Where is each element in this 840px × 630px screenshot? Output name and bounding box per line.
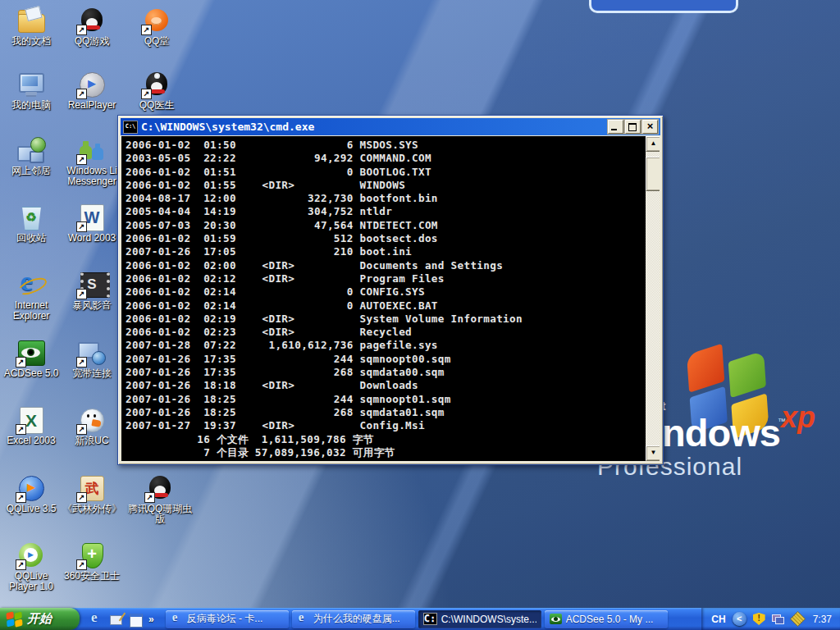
cmd-window: C:\ C:\WINDOWS\system32\cmd.exe 2006-01-… (117, 115, 664, 465)
qqlive-player-icon: ↗ (16, 541, 46, 569)
cmd-window-title: C:\WINDOWS\system32\cmd.exe (141, 121, 608, 133)
word-document-icon: ↗ (77, 203, 107, 231)
recycle-bin-icon (16, 203, 46, 231)
desktop-icon-network-places[interactable]: 网上邻居 (0, 136, 62, 176)
gold-diamond-icon[interactable] (790, 611, 806, 627)
desktop-icon-storm-player[interactable]: ↗ 暴风影音 (61, 271, 123, 311)
brand-xp: xp (781, 400, 815, 435)
console-output: 2006-01-02 01:50 6 MSDOS.SYS 2003-05-05 … (121, 136, 660, 459)
console-area[interactable]: 2006-01-02 01:50 6 MSDOS.SYS 2003-05-05 … (121, 136, 660, 461)
messenger-people-icon: ↗ (77, 136, 107, 164)
internet-explorer-icon[interactable] (89, 612, 103, 626)
task-button-harddisk-question[interactable]: 为什么我的硬盘属... (292, 610, 415, 628)
task-button-acdsee[interactable]: ACDSee 5.0 - My ... (545, 610, 668, 628)
desktop-icon-excel-2003[interactable]: ↗ Excel 2003 (0, 406, 62, 446)
wulin-game-icon: ↗ (77, 474, 107, 502)
tray-collapse-chevron-icon[interactable]: < (733, 612, 746, 626)
start-label: 开始 (27, 611, 52, 627)
quick-launch: » (80, 612, 161, 626)
internet-explorer-icon (16, 271, 46, 299)
browser-window-icon[interactable] (129, 612, 143, 626)
shield-360-icon: ↗ (77, 541, 107, 569)
desktop-icon-qq-game[interactable]: ↗ QQ游戏 (61, 7, 123, 47)
close-button[interactable] (642, 120, 658, 134)
cmd-title-bar[interactable]: C:\ C:\WINDOWS\system32\cmd.exe (121, 118, 660, 135)
scroll-down-button[interactable]: ▼ (646, 445, 660, 461)
language-indicator[interactable]: CH (711, 614, 725, 625)
desktop-icon-my-documents[interactable]: 我的文档 (0, 7, 62, 47)
network-monitors-icon[interactable] (772, 613, 784, 625)
desktop-icon-sina-uc[interactable]: ↗ 新浪UC (61, 406, 123, 446)
acdsee-eye-icon: ↗ (16, 339, 46, 367)
qq-penguin-icon: ↗ (77, 7, 107, 34)
acdsee-eye-icon (550, 614, 562, 624)
qqlive-play-icon: ↗ (16, 474, 46, 502)
quick-launch-overflow-chevron[interactable]: » (148, 614, 154, 625)
security-alert-icon[interactable]: ! (753, 613, 765, 625)
internet-explorer-icon (297, 614, 309, 624)
desktop-icon-internet-explorer[interactable]: Internet Explorer (0, 271, 62, 322)
broadband-connection-icon: ↗ (77, 339, 107, 367)
internet-explorer-icon (171, 614, 183, 624)
task-button-antivirus-forum[interactable]: 反病毒论坛 - 卡... (166, 610, 289, 628)
desktop-icon-wulin[interactable]: ↗ 《武林外传》 (61, 474, 123, 514)
task-button-cmd[interactable]: C:\ C:\WINDOWS\syste... (418, 610, 541, 628)
desktop-icon-qq-doctor[interactable]: ↗ QQ医生 (126, 71, 188, 111)
desktop-icon-recycle-bin[interactable]: 回收站 (0, 203, 62, 244)
scrollbar-thumb[interactable] (646, 157, 660, 191)
qq-doctor-penguin-icon: ↗ (142, 71, 171, 98)
scrollbar[interactable]: ▲ ▼ (646, 136, 660, 461)
my-computer-icon (16, 71, 46, 98)
desktop-icon-word-2003[interactable]: ↗ Word 2003 (61, 203, 123, 244)
show-desktop-icon[interactable] (109, 612, 123, 626)
start-button[interactable]: 开始 (0, 608, 80, 630)
desktop-icon-qqlive-player[interactable]: ↗ QQLive Player 1.0 (0, 541, 62, 592)
scroll-up-button[interactable]: ▲ (646, 136, 660, 152)
minimize-button[interactable] (608, 120, 623, 134)
taskbar: 开始 » 反病毒论坛 - 卡... 为什么我的硬盘属... C:\ C:\WIN… (0, 608, 840, 630)
qq-coral-penguin-icon: ↗ (145, 474, 175, 502)
task-buttons: 反病毒论坛 - 卡... 为什么我的硬盘属... C:\ C:\WINDOWS\… (166, 610, 668, 628)
desktop-icon-qq-tang[interactable]: ↗ QQ堂 (126, 7, 188, 47)
cmd-icon: C:\ (423, 613, 437, 625)
network-places-icon (16, 136, 46, 164)
windows-flag-icon (6, 611, 23, 627)
cmd-icon: C:\ (123, 121, 138, 134)
system-tray: CH < ! 7:37 (701, 608, 840, 630)
desktop-icon-acdsee[interactable]: ↗ ACDSee 5.0 (0, 339, 62, 379)
desktop-icon-my-computer[interactable]: 我的电脑 (0, 71, 62, 111)
excel-spreadsheet-icon: ↗ (16, 406, 46, 434)
desktop-icon-windows-live-messenger[interactable]: ↗ Windows Li Messenger (61, 136, 123, 187)
desktop-icon-qq-coral[interactable]: ↗ 腾讯QQ珊瑚虫版 (126, 474, 194, 525)
qq-tang-pig-icon: ↗ (142, 7, 171, 34)
sina-uc-duck-icon: ↗ (77, 406, 107, 434)
maximize-button[interactable] (625, 120, 641, 134)
realplayer-icon: ↗ (77, 71, 107, 98)
desktop-icon-qqlive[interactable]: ↗ QQLive 3.5 (0, 474, 62, 514)
desktop-icon-realplayer[interactable]: ↗ RealPlayer (61, 71, 123, 111)
storm-player-filmstrip-icon: ↗ (77, 271, 107, 299)
desktop-icon-360-safe[interactable]: ↗ 360安全卫士 (61, 541, 123, 582)
my-documents-folder-icon (16, 7, 46, 34)
desktop-icon-broadband[interactable]: ↗ 宽带连接 (61, 339, 123, 379)
offscreen-window-edge (589, 0, 738, 13)
clock[interactable]: 7:37 (813, 614, 832, 625)
